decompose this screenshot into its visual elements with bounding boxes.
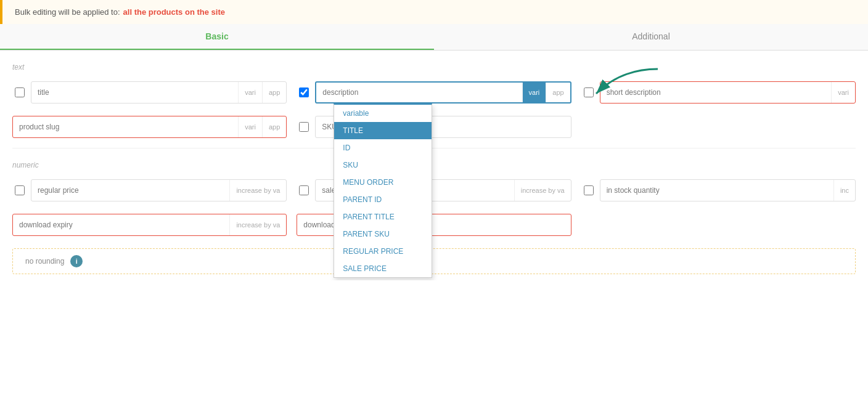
field-cell-short-description: vari xyxy=(581,81,856,104)
field-cell-download-expiry: increase by va xyxy=(12,214,287,236)
title-input[interactable] xyxy=(31,82,238,103)
info-icon[interactable]: i xyxy=(70,255,83,267)
checkbox-sale-price-wrap[interactable] xyxy=(297,183,311,198)
numeric-row-1: increase by va increase by va inc xyxy=(0,176,868,205)
description-tag-app: app xyxy=(546,83,570,102)
tab-basic[interactable]: Basic xyxy=(0,24,434,50)
download-expiry-input[interactable] xyxy=(13,214,229,235)
checkbox-regular-price[interactable] xyxy=(15,185,25,195)
download-expiry-tag: increase by va xyxy=(229,214,286,235)
dropdown-item-title[interactable]: TITLE xyxy=(334,122,432,139)
bulk-edit-notice: Bulk editing will be applied to: all the… xyxy=(0,0,868,24)
field-cell-title: vari app xyxy=(12,81,287,104)
dropdown-item-menu-order[interactable]: MENU ORDER xyxy=(334,174,432,191)
dropdown-item-parent-sku[interactable]: PARENT SKU xyxy=(334,225,432,243)
title-tag-vari: vari xyxy=(238,82,262,103)
checkbox-title[interactable] xyxy=(15,87,25,97)
text-row-1: vari app vari app variable TITLE ID SKU xyxy=(0,78,868,107)
in-stock-input-group: inc xyxy=(600,179,856,201)
description-input-group: vari app xyxy=(315,81,571,104)
no-rounding-label: no rounding xyxy=(25,257,64,266)
dropdown-item-variable[interactable]: variable xyxy=(334,105,432,122)
title-input-group: vari app xyxy=(31,81,287,104)
numeric-row-2: increase by va xyxy=(0,210,868,240)
dropdown-item-sale-price[interactable]: SALE PRICE xyxy=(334,260,432,277)
product-slug-tag-app: app xyxy=(262,116,286,137)
dropdown-item-parent-id[interactable]: PARENT ID xyxy=(334,191,432,208)
short-description-input[interactable] xyxy=(600,82,832,103)
notice-prefix: Bulk editing will be applied to: xyxy=(15,7,120,17)
short-description-input-group: vari xyxy=(600,81,856,104)
field-cell-description: vari app variable TITLE ID SKU MENU ORDE… xyxy=(297,81,571,104)
checkbox-description-wrap[interactable] xyxy=(297,85,311,100)
regular-price-input-group: increase by va xyxy=(31,179,287,201)
sale-price-tag: increase by va xyxy=(514,180,571,201)
checkbox-in-stock-wrap[interactable] xyxy=(581,183,596,198)
description-tag-vari: vari xyxy=(522,83,546,102)
bottom-rounding-section: no rounding i xyxy=(12,248,856,274)
checkbox-sku-wrap[interactable] xyxy=(297,120,311,134)
field-cell-in-stock: inc xyxy=(581,179,856,201)
product-slug-tag-vari: vari xyxy=(238,116,262,137)
text-row-2: vari app xyxy=(0,112,868,142)
checkbox-short-desc-wrap[interactable] xyxy=(581,85,596,100)
notice-highlight: all the products on the site xyxy=(123,7,225,17)
title-tag-app: app xyxy=(262,82,286,103)
dropdown-item-regular-price[interactable]: REGULAR PRICE xyxy=(334,243,432,260)
dropdown-item-id[interactable]: ID xyxy=(334,139,432,156)
checkbox-regular-price-wrap[interactable] xyxy=(12,183,27,198)
in-stock-input[interactable] xyxy=(600,180,833,201)
field-cell-regular-price: increase by va xyxy=(12,179,287,201)
product-slug-input-group: vari app xyxy=(12,116,287,138)
regular-price-tag: increase by va xyxy=(229,180,286,201)
checkbox-short-desc[interactable] xyxy=(584,87,594,97)
checkbox-title-wrap[interactable] xyxy=(12,85,27,100)
tab-additional[interactable]: Additional xyxy=(434,24,868,50)
section-label-numeric: numeric xyxy=(12,161,856,169)
vari-dropdown-menu: variable TITLE ID SKU MENU ORDER PARENT … xyxy=(334,104,432,278)
main-content: text vari app vari app xyxy=(0,63,868,274)
section-divider-1 xyxy=(12,148,856,148)
tabs-bar: Basic Additional xyxy=(0,24,868,51)
checkbox-sku[interactable] xyxy=(299,122,309,132)
in-stock-tag: inc xyxy=(833,180,855,201)
short-description-tag-vari: vari xyxy=(831,82,855,103)
checkbox-in-stock[interactable] xyxy=(584,185,594,195)
dropdown-item-sku[interactable]: SKU xyxy=(334,156,432,174)
checkbox-description[interactable] xyxy=(299,87,309,97)
regular-price-input[interactable] xyxy=(31,180,229,201)
dropdown-item-parent-title[interactable]: PARENT TITLE xyxy=(334,208,432,225)
checkbox-sale-price[interactable] xyxy=(299,185,309,195)
field-cell-product-slug: vari app xyxy=(12,116,287,138)
section-label-text: text xyxy=(12,63,856,71)
description-input[interactable] xyxy=(316,83,522,102)
product-slug-input[interactable] xyxy=(13,116,238,137)
download-expiry-input-group: increase by va xyxy=(12,214,287,236)
